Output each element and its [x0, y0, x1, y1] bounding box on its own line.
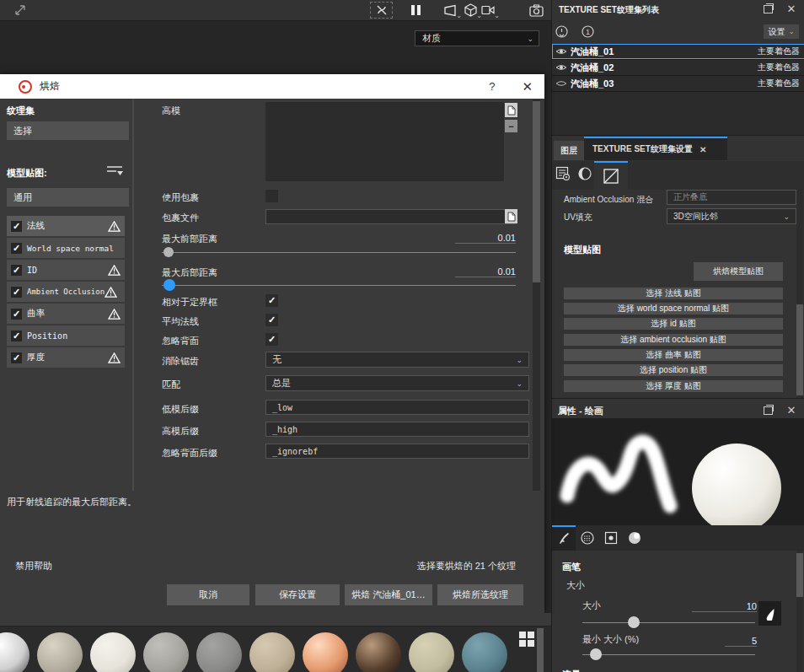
shelf-scrollbar[interactable]	[537, 628, 544, 672]
material-sphere[interactable]	[303, 632, 348, 672]
checkbox-checked[interactable]: ✓	[11, 352, 22, 363]
tab-brush[interactable]	[552, 525, 576, 551]
map-row-normal[interactable]: ✓法线	[7, 216, 125, 236]
material-sphere[interactable]	[143, 632, 189, 672]
low-suffix-input[interactable]: _low	[265, 400, 529, 415]
min-size-slider-knob[interactable]	[590, 648, 602, 660]
dialog-splitter[interactable]	[132, 99, 134, 491]
remove-file-button[interactable]: −	[505, 120, 517, 132]
select-wsnormal-map-button[interactable]: 选择 world space normal 贴图	[564, 303, 783, 314]
restore-window-icon[interactable]	[762, 406, 774, 416]
tab-stencil[interactable]	[599, 525, 623, 551]
transform-gizmo-icon[interactable]	[12, 2, 29, 19]
uv-padding-select[interactable]: 3D空间比邻⌄	[667, 208, 796, 224]
map-row-wsnormal[interactable]: ✓World space normal	[7, 238, 125, 258]
mesh-display-icon[interactable]: ⌄	[461, 2, 480, 19]
camera-mode-icon[interactable]: ⌄	[478, 2, 498, 19]
pause-engine-icon[interactable]	[409, 2, 422, 19]
select-id-map-button[interactable]: 选择 id 贴图	[564, 318, 783, 330]
tab-texture-set-settings[interactable]: TEXTURE SET纹理集设置 ✕	[584, 138, 727, 160]
use-cage-checkbox[interactable]	[265, 190, 278, 202]
perspective-view-icon[interactable]: ⌄	[440, 2, 460, 19]
max-rear-value[interactable]: 0.01	[455, 266, 516, 277]
bake-current-button[interactable]: 烘焙 汽油桶_01…	[345, 584, 432, 605]
mesh-maps-subtab[interactable]	[594, 161, 628, 191]
channels-icon[interactable]	[577, 166, 594, 183]
ignore-backface-checkbox[interactable]: ✓	[265, 333, 278, 346]
pen-pressure-button[interactable]	[758, 601, 781, 626]
restore-window-icon[interactable]	[762, 4, 774, 14]
select-normal-map-button[interactable]: 选择 法线 贴图	[564, 288, 783, 299]
cage-file-browse-button[interactable]	[505, 209, 517, 223]
material-sphere[interactable]	[90, 632, 136, 672]
filter-icon[interactable]	[106, 164, 125, 180]
map-row-thickness[interactable]: ✓厚度	[7, 347, 125, 368]
shading-mode-select[interactable]: 材质 ⌄	[415, 30, 539, 46]
select-ao-map-button[interactable]: 选择 ambient occlusion 贴图	[564, 334, 783, 346]
ignore-bf-suffix-input[interactable]: _ignorebf	[265, 444, 529, 459]
disable-help-link[interactable]: 禁用帮助	[15, 560, 52, 573]
texture-set-row[interactable]: 汽油桶_03 主要着色器	[552, 76, 804, 92]
map-row-id[interactable]: ✓ID	[7, 260, 125, 280]
tab-layers[interactable]: 图层	[554, 141, 584, 160]
grid-view-icon[interactable]	[519, 632, 534, 647]
solo-view-icon[interactable]: 1	[581, 24, 595, 39]
material-sphere[interactable]	[249, 632, 295, 672]
visibility-sync-icon[interactable]	[555, 24, 569, 39]
settings-dropdown-button[interactable]: 设置⌄	[764, 24, 799, 39]
max-rear-slider[interactable]	[162, 285, 516, 286]
material-sphere[interactable]	[462, 632, 507, 672]
texture-set-row[interactable]: 汽油桶_01 主要着色器	[552, 44, 804, 60]
checkbox-checked[interactable]: ✓	[11, 309, 22, 320]
dock-scrollbar[interactable]	[796, 190, 803, 399]
checkbox-checked[interactable]: ✓	[11, 331, 22, 341]
help-button[interactable]: ?	[489, 80, 495, 93]
average-normals-checkbox[interactable]: ✓	[265, 314, 278, 326]
map-row-curvature[interactable]: ✓曲率	[7, 304, 125, 324]
ao-mix-input[interactable]: 正片叠底	[667, 190, 796, 205]
close-tab-icon[interactable]: ✕	[699, 145, 706, 154]
max-front-value[interactable]: 0.01	[455, 233, 516, 244]
select-thickness-map-button[interactable]: 选择 厚度 贴图	[564, 380, 783, 392]
save-settings-button[interactable]: 保存设置	[255, 584, 340, 605]
add-file-button[interactable]	[505, 103, 517, 117]
material-sphere[interactable]	[0, 632, 29, 672]
checkbox-checked[interactable]: ✓	[11, 243, 22, 254]
cancel-button[interactable]: 取消	[167, 584, 249, 605]
material-sphere[interactable]	[196, 632, 242, 672]
screenshot-camera-icon[interactable]	[527, 2, 545, 19]
texture-set-select-button[interactable]: 选择	[7, 121, 129, 140]
max-front-slider[interactable]	[162, 252, 516, 253]
max-front-knob[interactable]	[163, 247, 174, 257]
min-size-slider[interactable]	[582, 654, 755, 655]
match-select[interactable]: 总是⌄	[265, 375, 529, 391]
map-row-ao[interactable]: ✓Ambient Occlusion	[7, 282, 125, 302]
bake-dialog-titlebar[interactable]: 烘焙 ? ✕	[0, 74, 544, 99]
size-slider[interactable]	[582, 622, 755, 623]
tab-alpha[interactable]	[576, 525, 599, 551]
eye-open-icon[interactable]	[555, 63, 567, 72]
antialiasing-select[interactable]: 无⌄	[265, 352, 529, 368]
general-settings-icon[interactable]	[555, 166, 572, 183]
high-poly-list[interactable]	[265, 102, 504, 181]
texture-set-row[interactable]: 汽油桶_02 主要着色器	[552, 60, 804, 76]
map-row-position[interactable]: ✓Position	[7, 325, 125, 346]
eye-open-icon[interactable]	[555, 47, 567, 56]
bake-mesh-maps-button[interactable]: 烘焙模型贴图	[694, 262, 783, 281]
tab-material[interactable]	[623, 525, 646, 551]
eye-closed-icon[interactable]	[555, 79, 567, 88]
symmetry-disabled-icon[interactable]	[370, 2, 393, 19]
checkbox-checked[interactable]: ✓	[11, 221, 22, 232]
size-slider-knob[interactable]	[628, 616, 640, 628]
close-icon[interactable]: ✕	[785, 2, 798, 15]
dialog-scrollbar[interactable]	[533, 99, 540, 491]
close-icon[interactable]: ✕	[785, 403, 798, 417]
checkbox-checked[interactable]: ✓	[11, 265, 22, 276]
bake-selected-button[interactable]: 烘焙所选纹理	[437, 584, 523, 605]
cage-file-input[interactable]	[265, 209, 516, 224]
high-suffix-input[interactable]: _high	[265, 422, 529, 437]
common-preset-button[interactable]: 通用	[7, 188, 129, 207]
material-sphere[interactable]	[356, 632, 401, 672]
relative-bbox-checkbox[interactable]: ✓	[265, 294, 278, 307]
properties-scrollbar[interactable]	[796, 551, 803, 672]
